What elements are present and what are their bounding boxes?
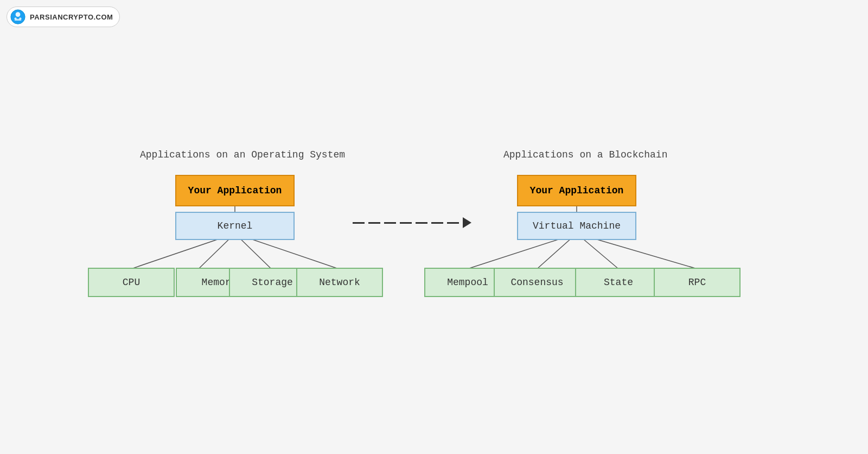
dash-1 xyxy=(353,222,365,224)
arrow-head xyxy=(463,217,471,228)
cpu-box: CPU xyxy=(88,268,175,297)
svg-point-1 xyxy=(16,12,21,17)
svg-point-3 xyxy=(19,17,21,20)
rpc-box: RPC xyxy=(654,268,741,297)
logo: PARSIANCRYPTO.COM xyxy=(7,7,120,27)
logo-icon xyxy=(10,9,25,24)
state-box: State xyxy=(575,268,662,297)
vm-box: Virtual Machine xyxy=(517,212,636,240)
dash-4 xyxy=(400,222,412,224)
app-box-left: Your Application xyxy=(175,175,295,206)
dash-3 xyxy=(384,222,396,224)
svg-point-2 xyxy=(14,17,16,20)
diagram1-title: Applications on an Operating System xyxy=(140,149,345,160)
kernel-box: Kernel xyxy=(175,212,295,240)
dash-5 xyxy=(416,222,427,224)
network-box: Network xyxy=(296,268,383,297)
transition-arrow xyxy=(353,217,471,228)
dash-6 xyxy=(431,222,443,224)
consensus-box: Consensus xyxy=(494,268,580,297)
logo-text: PARSIANCRYPTO.COM xyxy=(30,13,113,21)
diagram2-title: Applications on a Blockchain xyxy=(503,149,667,160)
dash-2 xyxy=(368,222,380,224)
dash-7 xyxy=(447,222,459,224)
app-box-right: Your Application xyxy=(517,175,636,206)
